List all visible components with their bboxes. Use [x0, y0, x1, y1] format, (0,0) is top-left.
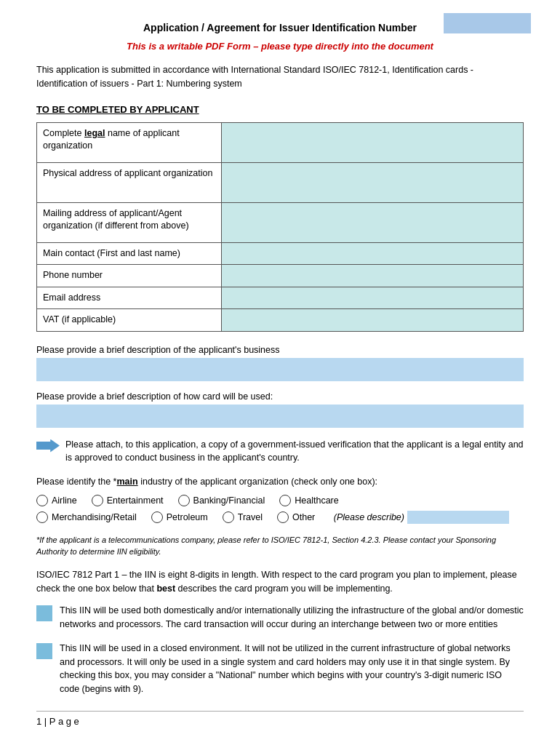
radio-circle-travel [223, 511, 234, 523]
radio-label-merchandising: Merchandising/Retail [52, 512, 137, 522]
radio-merchandising[interactable]: Merchandising/Retail [36, 511, 137, 523]
page-footer: 1 | P a g e [36, 711, 524, 727]
radio-circle-healthcare [279, 495, 291, 506]
radio-petroleum[interactable]: Petroleum [151, 511, 208, 523]
industry-label: Please identify the *main industry of th… [36, 475, 524, 489]
card-program-intro: ISO/IEC 7812 Part 1 – the IIN is eight 8… [36, 568, 524, 596]
radio-label-petroleum: Petroleum [167, 512, 208, 522]
attach-note-text: Please attach, to this application, a co… [65, 438, 524, 466]
input-main-contact[interactable] [222, 242, 524, 265]
option2-text: This IIN will be used in a closed enviro… [60, 642, 524, 696]
card-use-label: Please provide a brief description of ho… [36, 391, 524, 402]
table-row: Main contact (First and last name) [37, 242, 524, 265]
radio-circle-entertainment [92, 495, 103, 506]
option1-text: This IIN will be used both domestically … [60, 604, 524, 632]
page-subtitle: This is a writable PDF Form – please typ… [36, 41, 524, 52]
radio-circle-other [277, 511, 289, 523]
field-label-physical-address: Physical address of applicant organizati… [37, 162, 222, 202]
industry-checkboxes-row2: Merchandising/Retail Petroleum Travel Ot… [36, 511, 524, 524]
radio-label-banking: Banking/Financial [193, 495, 265, 506]
brief-desc-business-label: Please provide a brief description of th… [36, 345, 524, 355]
radio-label-travel: Travel [238, 512, 263, 522]
field-label-main-contact: Main contact (First and last name) [37, 242, 222, 265]
field-label-vat: VAT (if applicable) [37, 309, 222, 332]
input-phone[interactable] [222, 265, 524, 287]
field-label-mailing-address: Mailing address of applicant/Agent organ… [37, 202, 222, 242]
field-label-legal-name: Complete legal name of applicant organiz… [37, 122, 222, 162]
input-email[interactable] [222, 287, 524, 309]
radio-other[interactable]: Other [277, 511, 315, 523]
main-bold: main [117, 477, 138, 487]
other-please-describe: (Please describe) [331, 512, 404, 522]
field-label-phone: Phone number [37, 265, 222, 287]
field-label-email: Email address [37, 287, 222, 309]
radio-label-other: Other [292, 512, 315, 522]
applicant-form-table: Complete legal name of applicant organiz… [36, 122, 524, 332]
attach-note-section: Please attach, to this application, a co… [36, 438, 524, 466]
top-right-highlight-box [444, 13, 531, 33]
option1-row: This IIN will be used both domestically … [36, 604, 524, 632]
table-row: VAT (if applicable) [37, 309, 524, 332]
radio-travel[interactable]: Travel [223, 511, 263, 523]
page-number: 1 | P a g e [36, 716, 79, 727]
radio-healthcare[interactable]: Healthcare [279, 495, 338, 506]
table-row: Email address [37, 287, 524, 309]
table-row: Phone number [37, 265, 524, 287]
option2-row: This IIN will be used in a closed enviro… [36, 642, 524, 696]
input-legal-name[interactable] [222, 122, 524, 162]
table-row: Complete legal name of applicant organiz… [37, 122, 524, 162]
input-physical-address[interactable] [222, 162, 524, 202]
section-header: TO BE COMPLETED BY APPLICANT [36, 104, 524, 115]
card-use-input[interactable] [36, 405, 524, 428]
input-mailing-address[interactable] [222, 202, 524, 242]
radio-circle-petroleum [151, 511, 163, 523]
option1-checkbox[interactable] [36, 605, 52, 621]
radio-circle-banking [178, 495, 190, 506]
radio-circle-merchandising [36, 511, 48, 523]
footnote-telecom: *If the applicant is a telecommunication… [36, 534, 524, 558]
industry-section: Please identify the *main industry of th… [36, 475, 524, 524]
best-bold: best [156, 583, 175, 594]
radio-label-airline: Airline [52, 495, 77, 506]
radio-banking[interactable]: Banking/Financial [178, 495, 265, 506]
radio-label-healthcare: Healthcare [295, 495, 338, 506]
intro-text: This application is submitted in accorda… [36, 63, 524, 91]
table-row: Physical address of applicant organizati… [37, 162, 524, 202]
bold-legal: legal [84, 128, 105, 138]
other-describe-input[interactable] [407, 511, 509, 524]
radio-label-entertainment: Entertainment [107, 495, 164, 506]
radio-entertainment[interactable]: Entertainment [92, 495, 164, 506]
arrow-icon [36, 439, 60, 453]
option2-checkbox[interactable] [36, 643, 52, 659]
industry-checkboxes-row1: Airline Entertainment Banking/Financial … [36, 495, 524, 506]
input-vat[interactable] [222, 309, 524, 332]
table-row: Mailing address of applicant/Agent organ… [37, 202, 524, 242]
radio-airline[interactable]: Airline [36, 495, 77, 506]
radio-circle-airline [36, 495, 48, 506]
brief-desc-business-input[interactable] [36, 358, 524, 381]
